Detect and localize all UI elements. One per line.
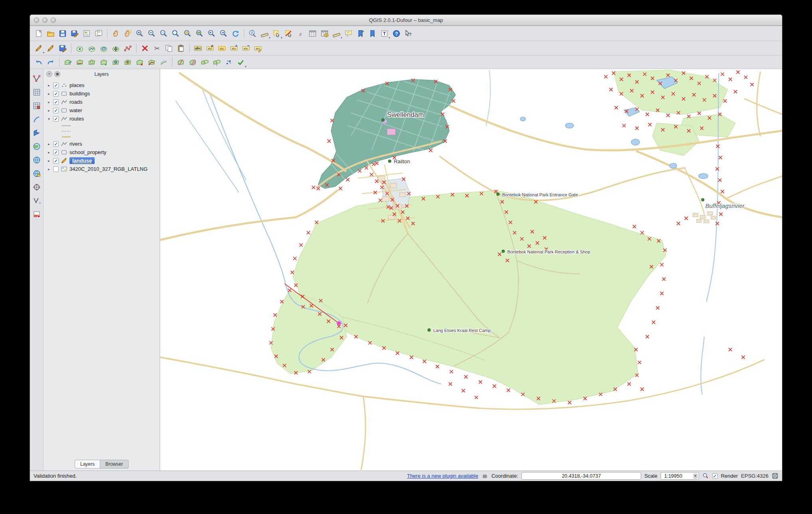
crs-globe-button[interactable] [772,472,778,479]
layer-visibility-checkbox[interactable] [53,166,59,172]
save-layer-edits-button[interactable] [57,43,68,54]
split-parts-button[interactable] [187,57,198,68]
merge-attributes-button[interactable]: = [211,57,222,68]
layer-item-roads[interactable]: ▸✓roads [44,98,160,106]
show-bookmarks-button[interactable] [367,28,378,39]
whats-this-button[interactable]: ? [403,28,414,39]
merge-features-button[interactable] [199,57,210,68]
new-project-button[interactable] [33,28,44,39]
panel-tab-layers[interactable]: Layers [75,460,100,469]
scale-combobox[interactable]: 1:19950 ▾ [661,472,699,480]
layer-expand-arrow-icon[interactable]: ▸ [47,159,51,163]
zoom-out-button[interactable] [146,28,157,39]
layer-item-landuse[interactable]: ▸✓landuse [44,156,160,165]
layer-item-places[interactable]: ▸✓places [44,81,160,89]
capture-polygon-button[interactable] [98,43,109,54]
layer-visibility-checkbox[interactable]: ✓ [53,99,59,105]
pan-to-selection-button[interactable] [122,28,133,39]
layer-visibility-checkbox[interactable]: ✓ [53,116,59,122]
map-tips-button[interactable] [343,28,354,39]
raster-analysis-tool-button[interactable] [31,100,42,111]
select-by-expression-button[interactable]: ε [295,28,306,39]
show-hide-labels-button[interactable]: abc [216,43,228,54]
layer-visibility-checkbox[interactable]: ✓ [53,91,59,97]
delete-selected-button[interactable] [139,43,151,54]
layer-visibility-checkbox[interactable]: ✓ [53,158,59,164]
map-canvas[interactable]: SwellendamRailtonBontebok National Park … [160,69,782,471]
move-label-button[interactable]: abc [228,43,240,54]
simplify-feature-button[interactable] [74,57,85,68]
refresh-map-button[interactable] [230,28,241,39]
layer-expand-arrow-icon[interactable]: ▸ [47,109,51,113]
measure-button[interactable]: ▾ [259,28,270,39]
help-contents-button[interactable]: ? [391,28,402,39]
offset-curve-button[interactable] [158,57,169,68]
identify-features-button[interactable]: i [247,28,258,39]
new-bookmark-button[interactable] [355,28,366,39]
select-features-button[interactable]: ▾ [271,28,282,39]
web-globe-tool-2-button[interactable] [31,154,42,165]
web-globe-tool-1-button[interactable] [31,141,42,152]
undo-button[interactable] [33,57,44,68]
zoom-to-selection-button[interactable] [182,28,193,39]
add-ring-button[interactable] [86,57,97,68]
zoom-actual-size-button[interactable]: 1:1 [158,28,169,39]
check-geometry-validity-button[interactable]: ▾ [235,57,246,68]
titlebar[interactable]: QGIS 2.0.1-Dufour – basic_map [30,15,782,26]
field-calculator-button[interactable]: = [319,28,330,39]
toggle-editing-button[interactable] [45,43,56,54]
zoom-last-button[interactable] [206,28,217,39]
measure-line-button[interactable]: ▾ [331,28,342,39]
layer-expand-arrow-icon[interactable]: ▸ [47,83,51,87]
text-annotation-button[interactable]: T▾ [379,28,390,39]
rotate-point-symbols-button[interactable] [223,57,234,68]
reshape-features-button[interactable] [146,57,157,68]
close-button[interactable] [34,18,39,23]
magnifier-icon[interactable] [702,472,709,479]
layer-expand-arrow-icon[interactable]: ▸ [47,167,51,171]
layer-visibility-checkbox[interactable]: ✓ [53,150,59,155]
capture-point-button[interactable] [74,43,85,54]
layer-expand-arrow-icon[interactable]: ▸ [47,100,51,104]
rotate-label-button[interactable]: abc [240,43,252,54]
labeling-button[interactable]: abc [192,43,204,54]
new-plugin-link[interactable]: There is a new plugin available [407,473,478,479]
pointer-tool-button[interactable] [31,127,42,138]
layer-item-rivers[interactable]: ▸✓rivers [44,140,160,148]
open-project-button[interactable] [45,28,56,39]
panel-close-button[interactable]: × [46,71,52,77]
current-edits-button[interactable]: ▾ [33,43,44,54]
zoom-in-button[interactable] [134,28,145,39]
layer-item-routes[interactable]: ▾✓routes [44,115,160,123]
layer-expand-arrow-icon[interactable]: ▸ [47,142,51,146]
copy-features-button[interactable] [163,43,174,54]
node-tool-button[interactable] [122,43,133,54]
rotate-feature-button[interactable] [62,57,73,68]
add-part-button[interactable] [98,57,109,68]
panel-detach-button[interactable]: ▣ [54,71,60,77]
open-attribute-table-button[interactable] [307,28,318,39]
layer-expand-arrow-icon[interactable]: ▸ [47,150,51,154]
coordinate-capture-button[interactable] [31,182,42,192]
paste-features-button[interactable] [175,43,186,54]
split-features-button[interactable] [175,57,186,68]
layer-visibility-checkbox[interactable]: ✓ [53,108,59,113]
change-label-properties-button[interactable]: abc [252,43,263,54]
layer-expand-arrow-icon[interactable]: ▾ [47,117,51,121]
freehand-draw-tool-button[interactable] [31,114,42,125]
fill-ring-button[interactable] [110,57,121,68]
panel-tab-browser[interactable]: Browser [100,460,129,469]
new-print-composer-button[interactable] [81,28,92,39]
zoom-full-extent-button[interactable] [170,28,181,39]
delete-ring-button[interactable] [122,57,133,68]
render-checkbox[interactable]: ✓ [712,473,718,479]
move-feature-button[interactable] [110,43,121,54]
capture-line-button[interactable] [86,43,97,54]
vector-v-tool-button[interactable]: v [31,195,42,206]
layer-visibility-checkbox[interactable]: ✓ [53,83,59,88]
web-globe-tool-3-button[interactable] [31,168,42,179]
vertex-polyline-tool-button[interactable] [31,73,42,84]
zoom-next-button[interactable] [218,28,229,39]
redo-button[interactable] [45,57,56,68]
zoom-button[interactable] [51,18,56,23]
